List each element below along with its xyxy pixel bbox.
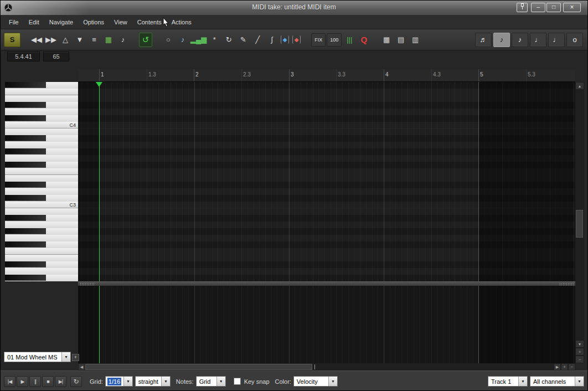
piano-keyboard[interactable]: C4C3: [5, 82, 78, 281]
key-snap-checkbox[interactable]: [234, 378, 241, 385]
vertical-scrollbar-thumb[interactable]: [576, 210, 583, 238]
black-key[interactable]: [5, 261, 46, 267]
piano-key-G3[interactable]: [5, 155, 78, 162]
note-grid[interactable]: [78, 82, 575, 281]
draw-pencil-icon[interactable]: ✎: [236, 33, 250, 47]
piano-key-D2[interactable]: [5, 268, 78, 275]
quantize-q-button[interactable]: Q: [357, 33, 370, 47]
grid-division-select[interactable]: 1/16 ▼: [105, 376, 133, 387]
cc-lane-select[interactable]: 01 Mod Wheel MS ▼: [4, 352, 71, 362]
velocity-value-button[interactable]: 100: [327, 33, 342, 47]
piano-key-D3[interactable]: [5, 188, 78, 195]
add-cc-lane-button[interactable]: +: [72, 354, 79, 361]
go-to-end-button[interactable]: ▶|: [55, 376, 66, 387]
scroll-right-button[interactable]: ▶: [554, 363, 561, 371]
stop-button[interactable]: ■: [42, 376, 54, 387]
piano-key-B3[interactable]: [5, 128, 78, 135]
piano-key-Fs2[interactable]: [5, 241, 78, 248]
piano-roll-view-icon[interactable]: ▦: [102, 33, 115, 47]
go-to-start-button[interactable]: |◀: [4, 376, 16, 387]
timeline-ruler[interactable]: 11.322.333.344.355.3: [78, 69, 575, 82]
black-key[interactable]: [5, 195, 46, 201]
black-key[interactable]: [5, 228, 46, 234]
menu-item-actions[interactable]: Actions: [167, 15, 197, 29]
next-marker-icon[interactable]: ◆: [292, 35, 301, 44]
piano-key-As2[interactable]: [5, 215, 78, 222]
piano-key-C4[interactable]: C4: [5, 122, 78, 128]
piano-key-A2[interactable]: [5, 222, 78, 228]
black-key[interactable]: [5, 135, 46, 141]
grid-rows-icon[interactable]: ▤: [394, 33, 408, 47]
piano-key-Fs3[interactable]: [5, 162, 78, 168]
black-key[interactable]: [5, 182, 46, 188]
fix-velocity-button[interactable]: FIX: [311, 33, 326, 47]
grid-cols-icon[interactable]: ▥: [409, 33, 422, 47]
note-length-1-4-button[interactable]: ♩: [530, 33, 546, 47]
piano-key-A3[interactable]: [5, 142, 78, 148]
color-select[interactable]: Velocity ▼: [293, 376, 338, 387]
move-up-icon[interactable]: △: [59, 33, 72, 47]
play-button[interactable]: ▶: [17, 376, 28, 387]
note-length-1-2-button[interactable]: ♩: [548, 33, 565, 47]
event-list-view-icon[interactable]: ≡: [87, 33, 101, 47]
piano-key-E2[interactable]: [5, 255, 78, 261]
track-select[interactable]: Track 1 ▼: [488, 376, 528, 387]
black-key[interactable]: [5, 275, 46, 281]
chevron-down-icon[interactable]: ▼: [575, 377, 584, 386]
horizontal-scrollbar[interactable]: ◀ ▶ + −: [78, 363, 575, 371]
note-length-1-16-button[interactable]: ♪: [493, 33, 510, 47]
hzoom-out-button[interactable]: −: [568, 363, 575, 371]
piano-key-Gs2[interactable]: [5, 228, 78, 235]
hzoom-in-button[interactable]: +: [561, 363, 568, 371]
piano-key-B2[interactable]: [5, 208, 78, 215]
piano-key-G2[interactable]: [5, 235, 78, 241]
chevron-down-icon[interactable]: ▼: [328, 377, 337, 386]
black-key[interactable]: [5, 102, 46, 108]
notation-view-icon[interactable]: ♪: [116, 33, 130, 47]
note-length-whole-button[interactable]: o: [566, 33, 583, 47]
draw-line-icon[interactable]: ╱: [251, 33, 264, 47]
scroll-up-button[interactable]: ▲: [575, 82, 584, 90]
zoom-content-icon[interactable]: ○: [162, 33, 175, 47]
black-key[interactable]: [5, 82, 46, 88]
quantize-tool-icon[interactable]: *: [208, 33, 221, 47]
lane-divider[interactable]: [78, 281, 575, 286]
piano-key-F2[interactable]: [5, 248, 78, 255]
hand-scroll-icon[interactable]: |||: [343, 33, 356, 47]
nav-prev-icon[interactable]: ◀◀: [30, 33, 43, 47]
channel-select[interactable]: All channels ▼: [530, 376, 584, 387]
nav-next-icon[interactable]: ▶▶: [44, 33, 58, 47]
note-length-1-8-button[interactable]: ♪: [512, 33, 528, 47]
close-button[interactable]: ×: [563, 3, 581, 12]
piano-key-E4[interactable]: [5, 95, 78, 102]
black-key[interactable]: [5, 148, 46, 155]
notes-select[interactable]: Grid ▼: [196, 376, 226, 387]
piano-key-Gs3[interactable]: [5, 148, 78, 155]
black-key[interactable]: [5, 115, 46, 121]
piano-key-Ds4[interactable]: [5, 102, 78, 109]
piano-key-F3[interactable]: [5, 168, 78, 175]
pin-button[interactable]: [517, 3, 528, 12]
grid-type-select[interactable]: straight ▼: [135, 376, 171, 387]
vertical-scrollbar[interactable]: ▲ ▼ + −: [575, 82, 584, 363]
menu-item-options[interactable]: Options: [78, 15, 109, 29]
note-length-1-32-button[interactable]: ♬: [475, 33, 492, 47]
prev-marker-icon[interactable]: ◆: [281, 35, 289, 44]
piano-key-F4[interactable]: [5, 89, 78, 95]
draw-curve-icon[interactable]: ∫: [265, 33, 278, 47]
piano-key-Ds2[interactable]: [5, 261, 78, 268]
cc-lane[interactable]: [78, 286, 575, 363]
grid-dense-icon[interactable]: ▦: [380, 33, 393, 47]
piano-key-As3[interactable]: [5, 135, 78, 142]
solo-button[interactable]: S: [4, 33, 20, 47]
note-select-icon[interactable]: ♪: [176, 33, 189, 47]
piano-key-E3[interactable]: [5, 175, 78, 182]
chevron-down-icon[interactable]: ▼: [518, 377, 527, 386]
chevron-down-icon[interactable]: ▼: [216, 377, 225, 386]
menu-item-navigate[interactable]: Navigate: [44, 15, 78, 29]
chevron-down-icon[interactable]: ▼: [161, 377, 170, 386]
scroll-down-button[interactable]: ▼: [575, 340, 584, 348]
piano-key-C3[interactable]: C3: [5, 202, 78, 208]
black-key[interactable]: [5, 162, 46, 168]
chevron-down-icon[interactable]: ▼: [61, 352, 70, 362]
